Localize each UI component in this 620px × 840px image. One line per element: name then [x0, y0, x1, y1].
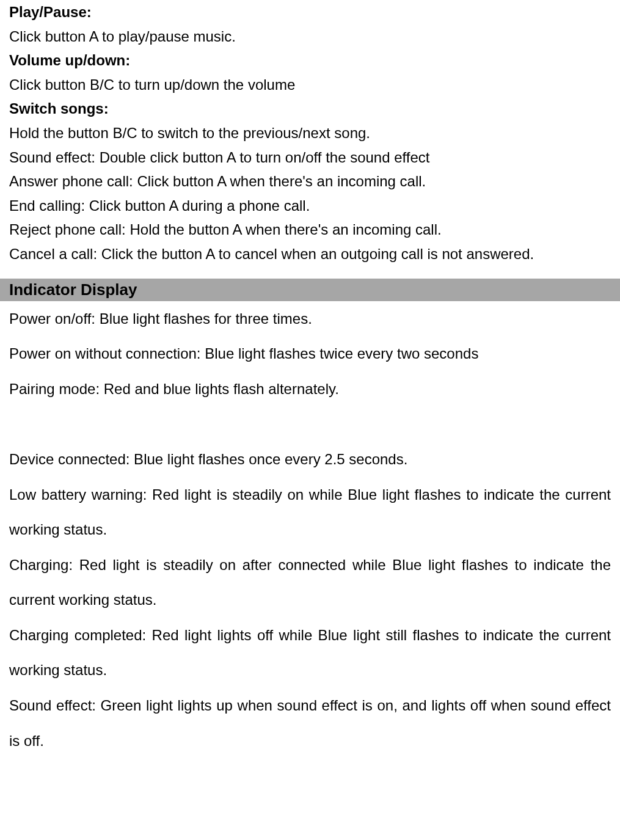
indicator-display-section: Power on/off: Blue light flashes for thr… [9, 301, 611, 759]
power-on-no-conn-text: Power on without connection: Blue light … [9, 336, 611, 371]
controls-section: Play/Pause: Click button A to play/pause… [9, 0, 611, 266]
blank-line [9, 406, 611, 442]
charging-text: Charging: Red light is steadily on after… [9, 547, 611, 618]
sound-effect-indicator-text: Sound effect: Green light lights up when… [9, 688, 611, 758]
play-pause-text: Click button A to play/pause music. [9, 24, 611, 49]
cancel-call-text: Cancel a call: Click the button A to can… [9, 242, 611, 266]
reject-call-text: Reject phone call: Hold the button A whe… [9, 217, 611, 242]
charging-complete-text: Charging completed: Red light lights off… [9, 618, 611, 688]
sound-effect-text: Sound effect: Double click button A to t… [9, 145, 611, 170]
volume-heading: Volume up/down: [9, 48, 611, 73]
end-call-text: End calling: Click button A during a pho… [9, 194, 611, 218]
switch-songs-text: Hold the button B/C to switch to the pre… [9, 121, 611, 145]
volume-text: Click button B/C to turn up/down the vol… [9, 73, 611, 97]
indicator-display-heading: Indicator Display [0, 279, 620, 301]
spacer [9, 266, 611, 279]
answer-call-text: Answer phone call: Click button A when t… [9, 169, 611, 194]
low-battery-text: Low battery warning: Red light is steadi… [9, 477, 611, 547]
device-connected-text: Device connected: Blue light flashes onc… [9, 442, 611, 477]
pairing-mode-text: Pairing mode: Red and blue lights flash … [9, 371, 611, 407]
power-on-off-text: Power on/off: Blue light flashes for thr… [9, 301, 611, 337]
play-pause-heading: Play/Pause: [9, 0, 611, 24]
switch-songs-heading: Switch songs: [9, 97, 611, 121]
